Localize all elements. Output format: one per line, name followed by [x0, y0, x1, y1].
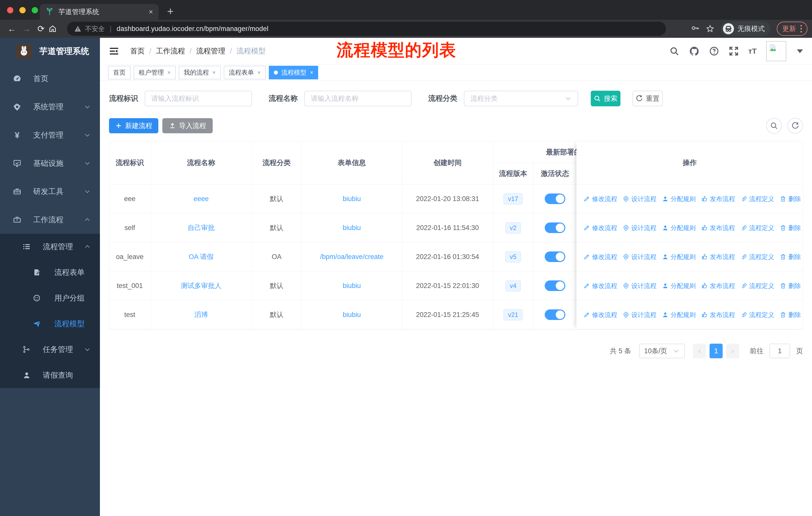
sidebar-item-2[interactable]: ¥ 支付管理 — [0, 121, 100, 149]
show-search-button[interactable] — [766, 118, 782, 134]
app-logo[interactable]: 芋道管理系统 — [0, 38, 100, 64]
tab-close-icon[interactable]: × — [148, 7, 153, 16]
process-name-link[interactable]: OA 请假 — [188, 252, 213, 261]
breadcrumb-item-1[interactable]: 工作流程 — [156, 46, 185, 56]
sidebar-subitem-0[interactable]: 流程管理 — [0, 234, 100, 260]
close-window-button[interactable] — [7, 7, 13, 13]
action-edit-link[interactable]: 修改流程 — [583, 224, 617, 232]
action-edit-link[interactable]: 修改流程 — [583, 195, 617, 203]
action-assign-user-link[interactable]: 分配规则 — [662, 195, 696, 203]
action-assign-user-link[interactable]: 分配规则 — [662, 224, 696, 232]
active-toggle[interactable] — [545, 309, 565, 320]
bookmark-star-icon[interactable] — [706, 24, 714, 33]
action-design-gear-link[interactable]: 设计流程 — [623, 195, 657, 203]
search-icon[interactable] — [669, 46, 679, 56]
action-design-gear-link[interactable]: 设计流程 — [623, 311, 657, 319]
process-name-link[interactable]: 滔博 — [194, 310, 208, 319]
key-icon[interactable] — [691, 25, 699, 33]
form-info-link[interactable]: biubiu — [343, 311, 361, 319]
action-edit-link[interactable]: 修改流程 — [583, 311, 617, 319]
fullscreen-icon[interactable] — [729, 46, 739, 56]
action-assign-user-link[interactable]: 分配规则 — [662, 282, 696, 290]
sidebar-collapse-icon[interactable] — [109, 46, 119, 56]
process-name-link[interactable]: 自己审批 — [187, 223, 215, 232]
action-delete-link[interactable]: 删除 — [780, 253, 801, 261]
action-assign-user-link[interactable]: 分配规则 — [662, 311, 696, 319]
action-delete-link[interactable]: 删除 — [780, 195, 801, 203]
url-text[interactable]: dashboard.yudao.iocoder.cn/bpm/manager/m… — [117, 25, 268, 33]
action-definition-clip-link[interactable]: 流程定义 — [741, 311, 774, 319]
security-warning-icon[interactable] — [74, 25, 82, 32]
process-name-input[interactable] — [304, 91, 411, 106]
sidebar-item-5[interactable]: 工作流程 — [0, 206, 100, 234]
breadcrumb-item-2[interactable]: 流程管理 — [196, 46, 225, 56]
form-info-link[interactable]: biubiu — [343, 282, 361, 290]
action-publish-link[interactable]: 发布流程 — [701, 253, 735, 261]
active-toggle[interactable] — [545, 280, 565, 291]
process-category-select[interactable]: 流程分类 — [464, 91, 578, 106]
view-tag-1[interactable]: 租户管理 × — [134, 66, 176, 79]
active-toggle[interactable] — [545, 251, 565, 262]
prev-page-button[interactable]: ‹ — [693, 344, 706, 358]
action-publish-link[interactable]: 发布流程 — [701, 195, 735, 203]
view-tag-4[interactable]: 流程模型 × — [269, 66, 318, 79]
minimize-window-button[interactable] — [19, 7, 26, 13]
action-delete-link[interactable]: 删除 — [780, 311, 801, 319]
reload-icon[interactable]: ⟳ — [34, 24, 48, 34]
version-badge[interactable]: v17 — [503, 193, 523, 205]
refresh-table-button[interactable] — [787, 118, 803, 134]
action-design-gear-link[interactable]: 设计流程 — [623, 253, 657, 261]
address-bar[interactable]: 不安全 | dashboard.yudao.iocoder.cn/bpm/man… — [67, 22, 666, 36]
sidebar-item-3[interactable]: 基础设施 — [0, 149, 100, 178]
form-info-link[interactable]: biubiu — [343, 224, 361, 232]
action-delete-link[interactable]: 删除 — [780, 282, 801, 290]
version-badge[interactable]: v21 — [503, 309, 523, 321]
tag-close-icon[interactable]: × — [212, 69, 216, 76]
font-size-icon[interactable]: тT — [748, 47, 757, 55]
action-publish-link[interactable]: 发布流程 — [701, 282, 735, 290]
active-toggle[interactable] — [545, 193, 565, 204]
github-icon[interactable] — [689, 46, 699, 56]
process-id-input[interactable] — [145, 91, 252, 106]
form-info-link[interactable]: /bpm/oa/leave/create — [320, 253, 383, 261]
home-icon[interactable] — [48, 24, 63, 33]
tag-close-icon[interactable]: × — [310, 69, 313, 76]
forward-icon[interactable]: → — [19, 24, 34, 34]
security-label[interactable]: 不安全 — [85, 24, 105, 33]
search-button[interactable]: 搜索 — [591, 91, 620, 106]
action-design-gear-link[interactable]: 设计流程 — [623, 224, 657, 232]
back-icon[interactable]: ← — [4, 24, 19, 34]
action-edit-link[interactable]: 修改流程 — [583, 282, 617, 290]
browser-menu-icon[interactable] — [801, 25, 802, 32]
sidebar-subitem-4[interactable]: 任务管理 — [0, 336, 100, 362]
tag-close-icon[interactable]: × — [258, 69, 261, 76]
view-tag-2[interactable]: 我的流程 × — [179, 66, 221, 79]
action-publish-link[interactable]: 发布流程 — [701, 311, 735, 319]
process-name-link[interactable]: 测试多审批人 — [181, 281, 222, 290]
action-publish-link[interactable]: 发布流程 — [701, 224, 735, 232]
window-controls[interactable] — [7, 7, 38, 13]
action-design-gear-link[interactable]: 设计流程 — [623, 282, 657, 290]
sidebar-subitem-1[interactable]: 流程表单 — [0, 260, 100, 285]
tag-close-icon[interactable]: × — [167, 69, 171, 76]
avatar-broken-image[interactable] — [766, 41, 786, 61]
version-badge[interactable]: v5 — [505, 251, 521, 263]
create-process-button[interactable]: 新建流程 — [109, 118, 158, 133]
import-process-button[interactable]: 导入流程 — [162, 118, 213, 133]
sidebar-item-0[interactable]: 首页 — [0, 64, 100, 93]
view-tag-0[interactable]: 首页 — [108, 66, 130, 79]
process-name-link[interactable]: eeee — [194, 195, 209, 203]
action-definition-clip-link[interactable]: 流程定义 — [741, 195, 774, 203]
browser-update-button[interactable]: 更新 — [777, 22, 808, 36]
reset-button[interactable]: 重置 — [633, 91, 663, 106]
action-assign-user-link[interactable]: 分配规则 — [662, 253, 696, 261]
page-size-select[interactable]: 10条/页 — [639, 344, 685, 358]
sidebar-subitem-5[interactable]: 请假查询 — [0, 362, 100, 388]
version-badge[interactable]: v2 — [505, 222, 521, 234]
new-tab-button[interactable]: + — [167, 5, 174, 18]
next-page-button[interactable]: › — [726, 344, 739, 358]
sidebar-subitem-3[interactable]: 流程模型 — [0, 311, 100, 336]
page-number-button[interactable]: 1 — [709, 344, 723, 358]
action-edit-link[interactable]: 修改流程 — [583, 253, 617, 261]
sidebar-item-4[interactable]: 研发工具 — [0, 178, 100, 206]
